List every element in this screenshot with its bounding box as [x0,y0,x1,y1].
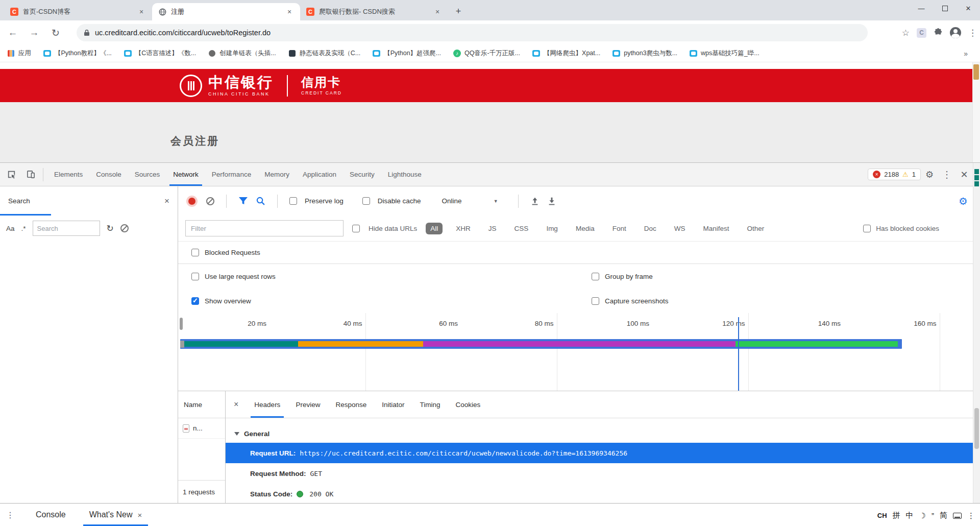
capture-screenshots-checkbox[interactable] [592,297,599,305]
preserve-log-checkbox[interactable] [289,197,297,205]
search-panel-close-icon[interactable]: × [164,196,169,206]
details-tab-cookies[interactable]: Cookies [448,391,488,418]
filter-funnel-icon[interactable] [238,197,248,205]
bookmark-item[interactable]: 【C语言描述】《数... [124,49,196,58]
filter-type-all[interactable]: All [426,223,443,234]
record-network-log-button[interactable] [188,198,195,205]
devtools-settings-gear-icon[interactable]: ⚙ [921,163,938,186]
device-toolbar-icon[interactable] [22,166,39,183]
devtools-scrollbar[interactable] [973,163,980,503]
forward-button[interactable]: → [26,24,43,41]
filter-type-css[interactable]: CSS [510,223,533,234]
ime-punctuation-mode[interactable]: ” [932,511,934,520]
browser-tab-register[interactable]: 注册 × [152,3,300,20]
ime-halfwidth-moon-icon[interactable]: ☽ [919,511,926,520]
disable-cache-checkbox[interactable] [362,197,370,205]
bookmark-item[interactable]: wps基础技巧篇_哔... [690,49,760,58]
clear-network-log-icon[interactable] [206,197,214,205]
details-tab-preview[interactable]: Preview [288,391,328,418]
bookmark-item[interactable]: 创建单链表（头插... [208,49,276,58]
regex-button[interactable]: .* [21,225,26,232]
extensions-puzzle-icon[interactable] [934,28,943,37]
devtools-tab-lighthouse[interactable]: Lighthouse [381,163,428,186]
csdn-extension-icon[interactable]: C [917,28,926,38]
status-code-row[interactable]: Status Code: 200 OK [226,484,980,503]
devtools-menu-icon[interactable]: ⋮ [938,163,955,186]
page-scrollbar-thumb[interactable] [973,64,979,80]
network-filter-input[interactable] [185,220,344,236]
console-issues-badge[interactable]: × 2188 ⚠ 1 [868,169,921,180]
tab-close-icon[interactable]: × [137,8,146,16]
window-minimize-button[interactable]: — [910,0,933,16]
filter-type-other[interactable]: Other [742,223,769,234]
devtools-tab-elements[interactable]: Elements [47,163,89,186]
timeline-playhead[interactable] [738,317,739,391]
import-har-icon[interactable] [530,197,540,206]
devtools-tab-security[interactable]: Security [343,163,381,186]
devtools-close-icon[interactable]: ✕ [955,163,973,186]
show-overview-checkbox[interactable] [191,297,199,305]
network-settings-gear-icon[interactable]: ⚙ [959,195,973,207]
match-case-button[interactable]: Aa [6,225,15,232]
details-tab-headers[interactable]: Headers [247,391,288,418]
filter-type-xhr[interactable]: XHR [451,223,475,234]
devtools-tab-sources[interactable]: Sources [128,163,167,186]
search-input[interactable] [33,221,100,236]
drawer-tab-console[interactable]: Console [28,504,74,526]
browser-tab-csdn-home[interactable]: C 首页-CSDN博客 × [4,3,152,20]
blocked-requests-checkbox[interactable] [191,249,199,256]
filter-type-manifest[interactable]: Manifest [698,223,733,234]
bookmark-item[interactable]: ♪QQ音乐-千万正版... [453,49,520,58]
request-method-row[interactable]: Request Method: GET [226,463,980,484]
reload-button[interactable]: ↻ [47,24,64,41]
hide-data-urls-checkbox[interactable] [352,225,360,232]
ime-chinese-mode[interactable]: 中 [906,511,914,520]
bookmark-apps[interactable]: 应用 [7,49,31,58]
details-tab-initiator[interactable]: Initiator [374,391,412,418]
filter-type-font[interactable]: Font [608,223,631,234]
throttling-dropdown[interactable]: Online ▼ [442,197,498,205]
devtools-tab-performance[interactable]: Performance [205,163,258,186]
request-url-row[interactable]: Request URL: https://uc.creditcard.eciti… [226,443,980,463]
filter-type-img[interactable]: Img [542,223,562,234]
overview-drag-handle[interactable] [180,318,183,330]
drawer-tab-whats-new[interactable]: What's New × [81,504,151,526]
details-tab-response[interactable]: Response [328,391,374,418]
bookmark-item[interactable]: python3爬虫与数... [612,49,677,58]
details-tab-timing[interactable]: Timing [412,391,448,418]
filter-type-js[interactable]: JS [484,223,501,234]
devtools-tab-memory[interactable]: Memory [258,163,296,186]
details-close-icon[interactable]: × [226,400,247,409]
back-button[interactable]: ← [4,24,21,41]
name-column-header[interactable]: Name [178,391,225,418]
inspect-element-icon[interactable] [3,166,19,183]
network-overview-timeline[interactable]: 20 ms 40 ms 60 ms 80 ms 100 ms 120 ms 14… [178,313,980,391]
devtools-tab-console[interactable]: Console [89,163,128,186]
browser-tab-csdn-search[interactable]: C 爬取银行数据- CSDN搜索 × [300,3,448,20]
ime-more-icon[interactable]: ⋮ [967,511,975,520]
filter-type-ws[interactable]: WS [670,223,690,234]
tab-close-icon[interactable]: × [285,8,294,16]
search-refresh-icon[interactable]: ↻ [107,223,114,234]
page-scrollbar[interactable] [972,62,980,162]
address-bar[interactable]: uc.creditcard.ecitic.com/citiccard/ucweb… [77,24,868,41]
bookmark-item[interactable]: 【网络爬虫】Xpat... [532,49,600,58]
window-maximize-button[interactable] [933,0,957,16]
general-section-header[interactable]: General [226,424,980,443]
ime-pinyin-indicator[interactable]: 拼 [893,511,900,520]
filter-type-doc[interactable]: Doc [640,223,661,234]
profile-avatar[interactable] [950,27,961,38]
export-har-icon[interactable] [547,197,556,206]
filter-type-media[interactable]: Media [571,223,599,234]
tab-close-icon[interactable]: × [433,8,442,16]
scrollbar-thumb[interactable] [974,408,979,449]
bookmark-item[interactable]: 【Python】超强爬... [373,49,441,58]
window-close-button[interactable]: ✕ [957,0,980,16]
request-row[interactable]: n... [178,418,225,439]
bookmark-item[interactable]: 【Python教程】《... [43,49,112,58]
new-tab-button[interactable]: + [451,4,465,18]
search-clear-icon[interactable] [120,224,129,232]
devtools-tab-network[interactable]: Network [166,163,205,186]
ime-keyboard-icon[interactable] [953,513,962,519]
bookmark-item[interactable]: 静态链表及实现（C... [288,49,360,58]
